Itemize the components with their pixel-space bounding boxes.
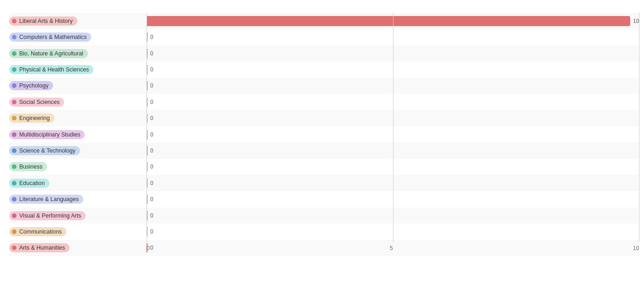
bar-label-text: Bio, Nature & Agricultural	[19, 50, 83, 57]
bar-label-pill: Arts & Humanities	[9, 243, 70, 252]
bar-label-text: Engineering	[19, 115, 50, 121]
bar-fill	[147, 194, 147, 204]
bar-label-pill: Engineering	[9, 114, 55, 123]
bar-value: 0	[150, 34, 153, 40]
bar-label-wrapper: Business	[9, 159, 147, 175]
bar-fill	[147, 211, 147, 221]
bar-segment-area: 0	[147, 207, 639, 224]
bar-fill	[147, 130, 147, 140]
bar-label-pill: Communications	[9, 227, 66, 236]
bar-segment-area: 0	[147, 224, 639, 240]
bar-label-text: Physical & Health Sciences	[19, 66, 89, 73]
chart-container: Liberal Arts & History10Computers & Math…	[0, 0, 644, 289]
bar-dot-icon	[12, 148, 16, 153]
bar-label-wrapper: Computers & Mathematics	[9, 29, 147, 45]
chart-body: Liberal Arts & History10Computers & Math…	[9, 13, 630, 256]
bar-label-text: Communications	[19, 229, 62, 235]
bar-row: Engineering0	[9, 110, 639, 126]
bars-area: Liberal Arts & History10Computers & Math…	[9, 13, 639, 256]
bar-label-text: Visual & Performing Arts	[19, 213, 81, 219]
bar-label-text: Liberal Arts & History	[19, 18, 73, 24]
bar-segment-area: 10	[147, 13, 639, 29]
bar-dot-icon	[12, 19, 16, 23]
bar-label-text: Business	[19, 164, 43, 170]
bar-label-wrapper: Literature & Languages	[9, 191, 147, 207]
bar-segment-area: 0	[147, 142, 639, 158]
bar-label-pill: Education	[9, 179, 49, 188]
bar-label-pill: Visual & Performing Arts	[9, 211, 86, 220]
bar-segment-area: 0	[147, 45, 639, 61]
bar-label-wrapper: Visual & Performing Arts	[9, 207, 147, 224]
bar-dot-icon	[12, 35, 16, 39]
bar-value: 0	[150, 99, 153, 105]
bar-value: 0	[150, 115, 153, 121]
bar-value: 0	[150, 66, 153, 73]
bar-label-pill: Literature & Languages	[9, 195, 83, 204]
x-axis-label: 0	[147, 245, 150, 251]
bar-segment-area: 0	[147, 191, 639, 207]
bar-row: Physical & Health Sciences0	[9, 61, 639, 77]
bar-label-pill: Bio, Nature & Agricultural	[9, 49, 88, 58]
bar-label-text: Social Sciences	[19, 99, 60, 105]
bar-value: 0	[150, 180, 153, 186]
bar-value: 0	[150, 50, 153, 57]
bar-label-wrapper: Liberal Arts & History	[9, 13, 147, 29]
bar-fill	[147, 113, 147, 123]
bar-label-wrapper: Social Sciences	[9, 94, 147, 110]
bar-dot-icon	[12, 100, 16, 104]
bar-segment-area: 0	[147, 61, 639, 77]
bar-row: Computers & Mathematics0	[9, 29, 639, 45]
bar-dot-icon	[12, 67, 16, 72]
bar-label-pill: Multidisciplinary Studies	[9, 130, 85, 139]
bar-row: Social Sciences0	[9, 94, 639, 110]
bar-value: 0	[150, 229, 153, 235]
bar-fill	[147, 32, 147, 42]
bar-label-text: Science & Technology	[19, 147, 76, 154]
bar-label-pill: Social Sciences	[9, 98, 64, 107]
bar-segment-area: 0	[147, 126, 639, 142]
bar-row: Multidisciplinary Studies0	[9, 126, 639, 142]
bar-label-pill: Liberal Arts & History	[9, 16, 77, 26]
bar-fill	[147, 49, 147, 59]
x-axis: 0510	[147, 245, 639, 251]
bar-row: Psychology0	[9, 78, 639, 94]
bar-label-text: Psychology	[19, 82, 49, 89]
bar-value: 0	[150, 164, 153, 170]
bar-label-pill: Science & Technology	[9, 146, 80, 155]
bar-dot-icon	[12, 83, 16, 88]
bar-segment-area: 0	[147, 175, 639, 191]
bar-dot-icon	[12, 213, 16, 218]
bar-label-text: Literature & Languages	[19, 196, 79, 202]
bar-segment-area: 0	[147, 159, 639, 175]
bar-row: Business0	[9, 159, 639, 175]
bar-fill	[147, 16, 630, 26]
bar-label-wrapper: Physical & Health Sciences	[9, 61, 147, 77]
bar-row: Science & Technology0	[9, 142, 639, 158]
bar-row: Bio, Nature & Agricultural0	[9, 45, 639, 61]
bar-label-wrapper: Bio, Nature & Agricultural	[9, 45, 147, 61]
bar-row: Education0	[9, 175, 639, 191]
bar-label-text: Computers & Mathematics	[19, 34, 87, 40]
bar-dot-icon	[12, 132, 16, 137]
bar-row: Visual & Performing Arts0	[9, 207, 639, 224]
bar-row: Communications0	[9, 224, 639, 240]
x-axis-label: 5	[390, 245, 393, 251]
bar-label-text: Arts & Humanities	[19, 245, 65, 251]
bar-segment-area: 0	[147, 110, 639, 126]
bar-value: 0	[150, 147, 153, 154]
bar-label-text: Multidisciplinary Studies	[19, 131, 80, 138]
bar-label-wrapper: Communications	[9, 224, 147, 240]
bar-label-wrapper: Psychology	[9, 78, 147, 94]
bar-label-wrapper: Engineering	[9, 110, 147, 126]
bar-value: 10	[633, 18, 639, 24]
bar-segment-area: 0	[147, 94, 639, 110]
bar-fill	[147, 162, 147, 172]
bar-label-pill: Psychology	[9, 81, 53, 90]
bar-label-wrapper: Multidisciplinary Studies	[9, 126, 147, 142]
bar-segment-area: 0	[147, 78, 639, 94]
bar-fill	[147, 227, 147, 237]
bar-row: Literature & Languages0	[9, 191, 639, 207]
bar-label-pill: Business	[9, 162, 47, 171]
bar-label-pill: Physical & Health Sciences	[9, 65, 93, 74]
bar-value: 0	[150, 131, 153, 138]
